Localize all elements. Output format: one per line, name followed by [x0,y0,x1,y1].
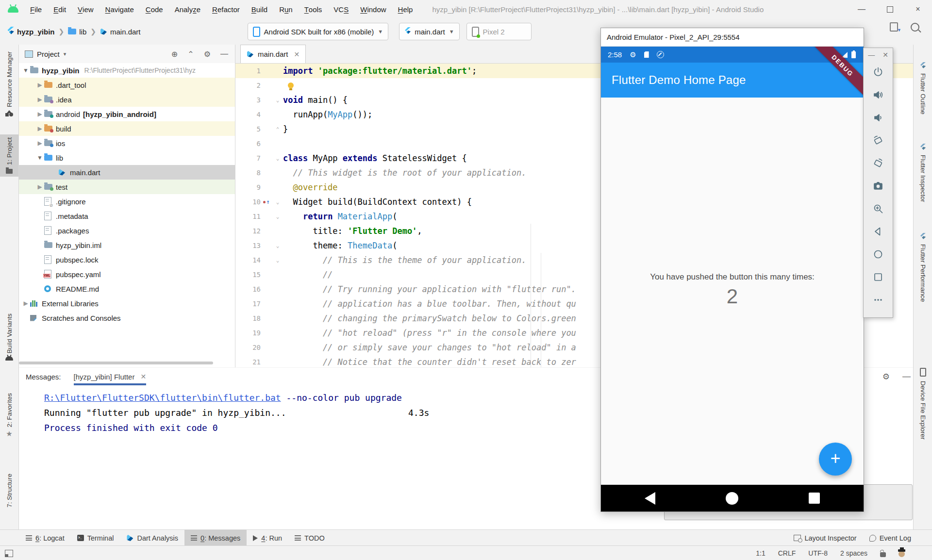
emulator-minimize-icon[interactable]: — [868,51,875,59]
menu-tools[interactable]: Tools [299,0,328,18]
gear-icon[interactable]: ⚙ [882,372,890,382]
stripe-item-flutter-outline[interactable]: Flutter Outline [914,59,932,117]
stripe-item-resource-manager[interactable]: Resource Manager [0,49,18,120]
close-icon[interactable]: × [904,0,932,18]
back-icon[interactable] [872,225,884,238]
tree-item--dart-tool[interactable]: ▶.dart_tool [19,78,235,92]
nav-home-icon[interactable] [726,492,738,505]
menu-view[interactable]: View [72,0,100,18]
messages-tab-flutter[interactable]: [hyzp_yibin] Flutter ✕ [74,368,147,385]
inspections-profile-icon[interactable] [899,551,905,557]
menu-build[interactable]: Build [246,0,273,18]
overview-icon[interactable] [872,271,884,283]
fold-marker-icon[interactable]: ⌄ [272,243,283,249]
tab-close-icon[interactable]: ✕ [294,50,300,58]
toolwindow-button-dart-analysis[interactable]: Dart Analysis [120,530,184,546]
tree-arrow-icon[interactable]: ▶ [35,96,44,103]
nav-overview-icon[interactable] [809,493,820,504]
override-marker-icon[interactable]: ↑ [263,199,269,204]
tree-item-hyzp-yibin-iml[interactable]: hyzp_yibin.iml [19,238,235,252]
fold-marker-icon[interactable]: ⌄ [272,155,283,162]
tree-arrow-icon[interactable]: ▶ [35,140,44,147]
fold-marker-icon[interactable]: ⌄ [272,257,283,264]
tree-arrow-icon[interactable]: ▼ [35,154,44,161]
zoom-in-icon[interactable] [872,202,884,215]
tree-arrow-icon[interactable]: ▶ [35,125,44,132]
stripe-item-2-favorites[interactable]: 2: Favorites★ [0,390,18,440]
tree-item-external-libraries[interactable]: ▶External Libraries [19,296,235,311]
collapse-all-icon[interactable]: ⌃ [187,49,194,59]
breadcrumb-lib[interactable]: lib [68,28,86,36]
menu-analyze[interactable]: Analyze [169,0,206,18]
nav-back-icon[interactable] [645,492,655,505]
more-icon[interactable] [872,294,884,306]
status-item-1-1[interactable]: 1:1 [756,549,765,557]
tree-arrow-icon[interactable]: ▼ [21,67,30,74]
tree-item-main-dart[interactable]: main.dart [19,165,235,180]
status-item-utf-8[interactable]: UTF-8 [808,549,828,557]
device-selector[interactable]: Android SDK built for x86 (mobile) ▼ [248,23,389,40]
tree-item--metadata[interactable]: .metadata [19,209,235,223]
maximize-icon[interactable] [876,0,904,18]
tree-item-ios[interactable]: ▶ios [19,136,235,150]
minimize-icon[interactable]: — [848,0,876,18]
menu-help[interactable]: Help [392,0,419,18]
fold-marker-icon[interactable]: ⌄ [272,97,283,103]
power-icon[interactable] [872,66,884,78]
tree-item-pubspec-yaml[interactable]: pubspec.yaml [19,267,235,281]
hide-panel-icon[interactable]: — [220,49,228,58]
rotate-right-icon[interactable] [872,157,884,169]
tree-arrow-icon[interactable]: ▶ [35,82,44,88]
lock-icon[interactable] [880,552,886,557]
tree-arrow-icon[interactable]: ▶ [35,111,44,117]
toolwindow-toggle-icon[interactable] [5,550,13,557]
tree-item-hyzp-yibin[interactable]: ▼hyzp_yibinR:\FlutterProject\FlutterProj… [19,63,235,78]
tree-item-pubspec-lock[interactable]: pubspec.lock [19,252,235,267]
console-link[interactable]: R:\Flutter\FlutterSDK\flutter\bin\flutte… [44,393,281,403]
menu-run[interactable]: Run [273,0,299,18]
editor-tab-main-dart[interactable]: main.dart ✕ [240,45,306,63]
menu-edit[interactable]: Edit [48,0,72,18]
rotate-left-icon[interactable] [872,134,884,147]
menu-navigate[interactable]: Navigate [100,0,140,18]
gear-icon[interactable]: ⚙ [204,49,211,59]
status-item-2-spaces[interactable]: 2 spaces [840,549,867,557]
horizontal-scrollbar[interactable] [19,362,213,364]
tree-item-test[interactable]: ▶test [19,180,235,194]
toolwindow-button-todo[interactable]: TODO [288,530,331,546]
toolwindow-button-4-run[interactable]: 4: Run [247,530,288,546]
menu-window[interactable]: Window [354,0,392,18]
tree-item--packages[interactable]: .packages [19,223,235,238]
secondary-device-selector[interactable]: Pixel 2 [466,23,532,40]
menu-vcs[interactable]: VCS [328,0,354,18]
fold-marker-icon[interactable]: ⌄ [272,199,283,205]
tree-item--gitignore[interactable]: .gitignore [19,194,235,209]
breadcrumb-project[interactable]: hyzp_yibin [7,27,55,36]
tree-item-build[interactable]: ▶build [19,121,235,136]
search-icon[interactable] [911,23,919,32]
chevron-down-icon[interactable]: ▾ [64,51,67,57]
emulator-close-icon[interactable]: ✕ [882,51,888,59]
attach-debugger-icon[interactable] [890,22,898,32]
status-item-crlf[interactable]: CRLF [778,549,796,557]
fold-marker-icon[interactable]: ⌃ [272,126,283,132]
volume-down-icon[interactable] [872,111,884,124]
stripe-item-flutter-inspector[interactable]: Flutter Inspector [914,141,932,205]
locate-icon[interactable]: ⊕ [171,49,178,59]
emulator-screen[interactable]: 2:58 ⚙ Flutter Demo Home Page DEBUG You … [601,47,864,511]
home-icon[interactable] [872,248,884,261]
toolwindow-button-event-log[interactable]: Event Log [863,530,917,546]
tree-item-scratches-and-consoles[interactable]: Scratches and Consoles [19,311,235,325]
tree-arrow-icon[interactable]: ▶ [35,183,44,190]
stripe-item-build-variants[interactable]: Build Variants [0,311,18,363]
stripe-item-flutter-performance[interactable]: Flutter Performance [914,230,932,305]
stripe-item-7-structure[interactable]: 7: Structure [0,471,18,511]
fab-increment-button[interactable]: + [819,443,852,476]
tree-item-android[interactable]: ▶android[hyzp_yibin_android] [19,107,235,121]
intention-bulb-icon[interactable] [288,82,294,88]
project-panel-title[interactable]: Project [37,50,60,58]
hide-panel-icon[interactable]: — [902,372,911,382]
volume-up-icon[interactable] [872,88,884,101]
tree-item-readme-md[interactable]: README.md [19,281,235,296]
menu-file[interactable]: File [24,0,48,18]
